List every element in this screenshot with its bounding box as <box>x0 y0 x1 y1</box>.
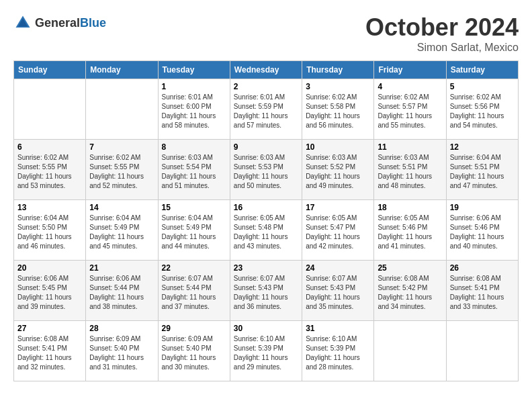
day-number: 9 <box>234 142 298 152</box>
calendar-cell: 12Sunrise: 6:04 AMSunset: 5:51 PMDayligh… <box>446 140 518 200</box>
calendar-cell: 24Sunrise: 6:07 AMSunset: 5:43 PMDayligh… <box>302 261 374 321</box>
day-info: Sunrise: 6:01 AMSunset: 5:59 PMDaylight:… <box>234 93 298 130</box>
calendar-cell: 26Sunrise: 6:08 AMSunset: 5:41 PMDayligh… <box>446 261 518 321</box>
day-number: 5 <box>450 82 515 91</box>
calendar-table: SundayMondayTuesdayWednesdayThursdayFrid… <box>13 60 519 381</box>
calendar-cell: 20Sunrise: 6:06 AMSunset: 5:45 PMDayligh… <box>14 261 86 321</box>
day-info: Sunrise: 6:06 AMSunset: 5:46 PMDaylight:… <box>450 214 515 251</box>
calendar-cell: 30Sunrise: 6:10 AMSunset: 5:39 PMDayligh… <box>230 321 302 381</box>
day-number: 19 <box>450 203 515 212</box>
calendar-cell: 27Sunrise: 6:08 AMSunset: 5:41 PMDayligh… <box>14 321 86 381</box>
logo: GeneralBlue <box>13 13 106 32</box>
day-number: 4 <box>378 82 442 91</box>
calendar-cell: 10Sunrise: 6:03 AMSunset: 5:52 PMDayligh… <box>302 140 374 200</box>
calendar-cell: 18Sunrise: 6:05 AMSunset: 5:46 PMDayligh… <box>374 200 446 261</box>
day-number: 26 <box>450 263 515 273</box>
day-info: Sunrise: 6:02 AMSunset: 5:57 PMDaylight:… <box>378 93 442 130</box>
day-info: Sunrise: 6:05 AMSunset: 5:46 PMDaylight:… <box>378 214 442 251</box>
weekday-header-thursday: Thursday <box>302 61 374 79</box>
day-number: 15 <box>162 203 226 212</box>
day-number: 16 <box>234 203 298 212</box>
logo-blue: Blue <box>80 16 106 30</box>
day-info: Sunrise: 6:08 AMSunset: 5:41 PMDaylight:… <box>17 334 82 372</box>
calendar-cell: 17Sunrise: 6:05 AMSunset: 5:47 PMDayligh… <box>302 200 374 261</box>
day-info: Sunrise: 6:07 AMSunset: 5:44 PMDaylight:… <box>162 274 226 312</box>
day-number: 7 <box>89 142 154 152</box>
day-info: Sunrise: 6:04 AMSunset: 5:50 PMDaylight:… <box>17 214 82 251</box>
calendar-cell: 29Sunrise: 6:09 AMSunset: 5:40 PMDayligh… <box>158 321 230 381</box>
title-block: October 2024 Simon Sarlat, Mexico <box>365 13 519 54</box>
calendar-cell: 7Sunrise: 6:02 AMSunset: 5:55 PMDaylight… <box>86 140 158 200</box>
weekday-header-wednesday: Wednesday <box>230 61 302 79</box>
day-number: 28 <box>89 324 154 333</box>
day-number: 18 <box>378 203 442 212</box>
day-number: 22 <box>162 263 226 273</box>
calendar-cell: 13Sunrise: 6:04 AMSunset: 5:50 PMDayligh… <box>14 200 86 261</box>
day-number: 31 <box>306 324 370 333</box>
day-number: 20 <box>17 263 82 273</box>
page-header: GeneralBlue October 2024 Simon Sarlat, M… <box>13 13 519 54</box>
day-info: Sunrise: 6:10 AMSunset: 5:39 PMDaylight:… <box>234 334 298 372</box>
day-info: Sunrise: 6:02 AMSunset: 5:58 PMDaylight:… <box>306 93 370 130</box>
week-row-1: 1Sunrise: 6:01 AMSunset: 6:00 PMDaylight… <box>14 79 519 140</box>
week-row-4: 20Sunrise: 6:06 AMSunset: 5:45 PMDayligh… <box>14 261 519 321</box>
calendar-cell <box>86 79 158 140</box>
day-number: 1 <box>162 82 226 91</box>
day-info: Sunrise: 6:07 AMSunset: 5:43 PMDaylight:… <box>306 274 370 312</box>
day-info: Sunrise: 6:04 AMSunset: 5:51 PMDaylight:… <box>450 153 515 191</box>
day-number: 12 <box>450 142 515 152</box>
week-row-2: 6Sunrise: 6:02 AMSunset: 5:55 PMDaylight… <box>14 140 519 200</box>
day-info: Sunrise: 6:03 AMSunset: 5:51 PMDaylight:… <box>378 153 442 191</box>
calendar-cell: 28Sunrise: 6:09 AMSunset: 5:40 PMDayligh… <box>86 321 158 381</box>
day-info: Sunrise: 6:08 AMSunset: 5:41 PMDaylight:… <box>450 274 515 312</box>
logo-icon <box>13 13 32 32</box>
calendar-cell: 25Sunrise: 6:08 AMSunset: 5:42 PMDayligh… <box>374 261 446 321</box>
weekday-header-saturday: Saturday <box>446 61 518 79</box>
day-info: Sunrise: 6:03 AMSunset: 5:53 PMDaylight:… <box>234 153 298 191</box>
calendar-cell: 14Sunrise: 6:04 AMSunset: 5:49 PMDayligh… <box>86 200 158 261</box>
weekday-header-tuesday: Tuesday <box>158 61 230 79</box>
calendar-cell: 2Sunrise: 6:01 AMSunset: 5:59 PMDaylight… <box>230 79 302 140</box>
calendar-cell: 31Sunrise: 6:10 AMSunset: 5:39 PMDayligh… <box>302 321 374 381</box>
day-number: 25 <box>378 263 442 273</box>
day-info: Sunrise: 6:04 AMSunset: 5:49 PMDaylight:… <box>89 214 154 251</box>
day-info: Sunrise: 6:04 AMSunset: 5:49 PMDaylight:… <box>162 214 226 251</box>
calendar-cell: 1Sunrise: 6:01 AMSunset: 6:00 PMDaylight… <box>158 79 230 140</box>
day-number: 17 <box>306 203 370 212</box>
day-number: 23 <box>234 263 298 273</box>
day-info: Sunrise: 6:05 AMSunset: 5:47 PMDaylight:… <box>306 214 370 251</box>
calendar-cell: 5Sunrise: 6:02 AMSunset: 5:56 PMDaylight… <box>446 79 518 140</box>
weekday-header-sunday: Sunday <box>14 61 86 79</box>
month-title: October 2024 <box>365 13 519 42</box>
calendar-cell <box>446 321 518 381</box>
day-number: 14 <box>89 203 154 212</box>
day-info: Sunrise: 6:06 AMSunset: 5:44 PMDaylight:… <box>89 274 154 312</box>
calendar-cell: 16Sunrise: 6:05 AMSunset: 5:48 PMDayligh… <box>230 200 302 261</box>
logo-general: General <box>35 16 80 30</box>
day-info: Sunrise: 6:03 AMSunset: 5:54 PMDaylight:… <box>162 153 226 191</box>
day-number: 21 <box>89 263 154 273</box>
weekday-header-monday: Monday <box>86 61 158 79</box>
day-number: 27 <box>17 324 82 333</box>
calendar-cell <box>14 79 86 140</box>
day-info: Sunrise: 6:10 AMSunset: 5:39 PMDaylight:… <box>306 334 370 372</box>
day-info: Sunrise: 6:02 AMSunset: 5:55 PMDaylight:… <box>17 153 82 191</box>
day-info: Sunrise: 6:06 AMSunset: 5:45 PMDaylight:… <box>17 274 82 312</box>
location-title: Simon Sarlat, Mexico <box>365 42 519 54</box>
calendar-cell: 19Sunrise: 6:06 AMSunset: 5:46 PMDayligh… <box>446 200 518 261</box>
day-number: 13 <box>17 203 82 212</box>
calendar-cell: 15Sunrise: 6:04 AMSunset: 5:49 PMDayligh… <box>158 200 230 261</box>
calendar-cell: 11Sunrise: 6:03 AMSunset: 5:51 PMDayligh… <box>374 140 446 200</box>
day-info: Sunrise: 6:09 AMSunset: 5:40 PMDaylight:… <box>89 334 154 372</box>
calendar-cell <box>374 321 446 381</box>
day-number: 11 <box>378 142 442 152</box>
day-info: Sunrise: 6:05 AMSunset: 5:48 PMDaylight:… <box>234 214 298 251</box>
day-number: 10 <box>306 142 370 152</box>
day-info: Sunrise: 6:02 AMSunset: 5:56 PMDaylight:… <box>450 93 515 130</box>
calendar-cell: 3Sunrise: 6:02 AMSunset: 5:58 PMDaylight… <box>302 79 374 140</box>
calendar-cell: 6Sunrise: 6:02 AMSunset: 5:55 PMDaylight… <box>14 140 86 200</box>
calendar-cell: 4Sunrise: 6:02 AMSunset: 5:57 PMDaylight… <box>374 79 446 140</box>
day-info: Sunrise: 6:02 AMSunset: 5:55 PMDaylight:… <box>89 153 154 191</box>
weekday-header-friday: Friday <box>374 61 446 79</box>
day-number: 29 <box>162 324 226 333</box>
